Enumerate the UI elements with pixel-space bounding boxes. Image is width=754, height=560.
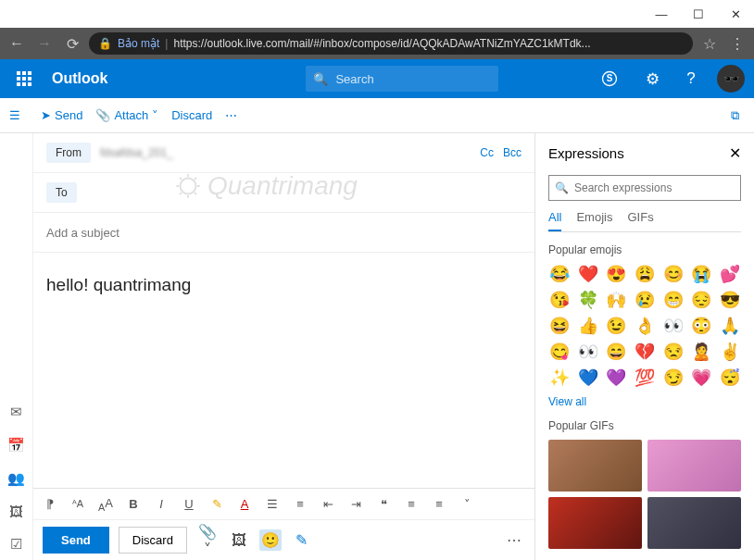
message-body[interactable]: hello! quantrimang bbox=[33, 253, 534, 488]
emoji-item[interactable]: 👍 bbox=[577, 316, 600, 336]
emoji-item[interactable]: 🍀 bbox=[577, 290, 600, 310]
toolbar-more-icon[interactable]: ⋯ bbox=[225, 108, 237, 122]
emoji-item[interactable]: 😆 bbox=[548, 316, 572, 336]
toolbar-discard[interactable]: Discard bbox=[171, 108, 212, 122]
hamburger-icon[interactable]: ☰ bbox=[9, 108, 28, 122]
window-minimize-icon[interactable]: — bbox=[643, 7, 680, 21]
gif-thumb[interactable] bbox=[548, 497, 642, 549]
emoji-item[interactable]: ✨ bbox=[548, 367, 572, 388]
people-rail-icon[interactable]: 👥 bbox=[7, 470, 25, 487]
emoji-item[interactable]: 🙎 bbox=[690, 342, 713, 362]
emoji-item[interactable]: 😁 bbox=[661, 290, 685, 310]
align-center-icon[interactable]: ≡ bbox=[430, 497, 448, 511]
search-input[interactable] bbox=[335, 72, 491, 86]
emoji-item[interactable]: 👌 bbox=[634, 316, 657, 336]
bullets-icon[interactable]: ☰ bbox=[263, 497, 282, 511]
popout-icon[interactable]: ⧉ bbox=[731, 108, 739, 123]
emoji-item[interactable]: 👀 bbox=[577, 342, 600, 362]
emoji-item[interactable]: 😴 bbox=[718, 367, 741, 388]
outdent-icon[interactable]: ⇤ bbox=[319, 497, 337, 511]
gif-thumb[interactable] bbox=[548, 440, 642, 492]
emoji-item[interactable]: 😒 bbox=[661, 342, 685, 362]
emoji-item[interactable]: 🙌 bbox=[605, 290, 628, 310]
emoji-item[interactable]: 😏 bbox=[661, 367, 685, 388]
font-color-icon[interactable]: A bbox=[235, 497, 254, 511]
emoji-item[interactable]: 💜 bbox=[605, 367, 628, 388]
send-button[interactable]: Send bbox=[43, 527, 109, 554]
emoji-button[interactable]: 🙂 bbox=[259, 529, 282, 551]
emoji-item[interactable]: 💕 bbox=[718, 264, 741, 284]
tasks-rail-icon[interactable]: ☑ bbox=[10, 536, 22, 553]
font-family-icon[interactable]: AA bbox=[96, 496, 115, 513]
signature-icon[interactable]: ✎ bbox=[291, 531, 313, 549]
font-size-icon[interactable]: ᴬA bbox=[69, 498, 87, 510]
from-chip[interactable]: From bbox=[46, 143, 91, 163]
emoji-item[interactable]: 😩 bbox=[634, 264, 657, 284]
subject-input[interactable] bbox=[46, 226, 522, 240]
tab-gifs[interactable]: GIFs bbox=[627, 210, 653, 231]
emoji-item[interactable]: 😘 bbox=[548, 290, 572, 310]
photos-rail-icon[interactable]: 🖼 bbox=[9, 504, 23, 519]
cc-link[interactable]: Cc bbox=[480, 146, 494, 159]
address-bar[interactable]: 🔒 Bảo mật | https://outlook.live.com/mai… bbox=[89, 32, 693, 55]
tab-emojis[interactable]: Emojis bbox=[576, 210, 612, 231]
settings-gear-icon[interactable]: ⚙ bbox=[639, 69, 665, 89]
expressions-search[interactable]: 🔍 bbox=[548, 175, 741, 201]
mail-rail-icon[interactable]: ✉ bbox=[10, 404, 22, 420]
bcc-link[interactable]: Bcc bbox=[503, 146, 522, 159]
quote-icon[interactable]: ❝ bbox=[374, 497, 393, 511]
emoji-item[interactable]: 💗 bbox=[690, 367, 713, 388]
bold-button[interactable]: B bbox=[124, 497, 143, 511]
to-chip[interactable]: To bbox=[46, 182, 77, 203]
align-left-icon[interactable]: ≡ bbox=[402, 497, 421, 511]
italic-button[interactable]: I bbox=[152, 497, 170, 511]
search-box[interactable]: 🔍 bbox=[306, 66, 498, 92]
emoji-item[interactable]: 😋 bbox=[548, 342, 572, 362]
attach-dropdown-icon[interactable]: 📎˅ bbox=[196, 523, 219, 558]
emoji-item[interactable]: 😳 bbox=[690, 316, 713, 336]
emoji-item[interactable]: 💔 bbox=[634, 342, 657, 362]
indent-icon[interactable]: ⇥ bbox=[346, 497, 365, 511]
emoji-item[interactable]: 😢 bbox=[634, 290, 657, 310]
emoji-item[interactable]: 😄 bbox=[605, 342, 628, 362]
help-icon[interactable]: ? bbox=[678, 69, 704, 88]
gif-thumb[interactable] bbox=[647, 497, 741, 549]
format-chevron-icon[interactable]: ˅ bbox=[458, 497, 476, 511]
insert-image-icon[interactable]: 🖼 bbox=[228, 532, 250, 549]
more-options-icon[interactable]: ⋯ bbox=[503, 531, 525, 549]
toolbar-attach[interactable]: 📎 Attach ˅ bbox=[95, 108, 158, 122]
app-launcher-icon[interactable] bbox=[9, 64, 39, 93]
font-icon[interactable]: ⁋ bbox=[41, 497, 59, 511]
numbering-icon[interactable]: ≡ bbox=[291, 497, 309, 511]
bookmark-star-icon[interactable]: ☆ bbox=[698, 35, 721, 53]
chrome-menu-icon[interactable]: ⋮ bbox=[726, 35, 748, 53]
avatar[interactable]: 🕶️ bbox=[717, 65, 745, 93]
emoji-item[interactable]: 💙 bbox=[577, 367, 600, 388]
window-maximize-icon[interactable]: ☐ bbox=[680, 7, 717, 21]
emoji-item[interactable]: 🙏 bbox=[718, 316, 741, 336]
gif-thumb[interactable] bbox=[647, 440, 741, 492]
emoji-item[interactable]: 😉 bbox=[605, 316, 628, 336]
emoji-item[interactable]: ❤️ bbox=[577, 264, 600, 284]
expressions-search-input[interactable] bbox=[574, 181, 735, 194]
nav-back-icon[interactable]: ← bbox=[6, 35, 28, 52]
emoji-item[interactable]: 😊 bbox=[661, 264, 685, 284]
emoji-item[interactable]: 😭 bbox=[690, 264, 713, 284]
discard-button[interactable]: Discard bbox=[119, 527, 187, 554]
skype-icon[interactable]: S bbox=[600, 69, 626, 88]
to-row[interactable]: To bbox=[33, 173, 534, 213]
emoji-item[interactable]: 😍 bbox=[605, 264, 628, 284]
underline-button[interactable]: U bbox=[180, 497, 198, 511]
close-panel-icon[interactable]: ✕ bbox=[729, 144, 741, 162]
toolbar-send[interactable]: ➤ Send bbox=[41, 108, 82, 122]
view-all-link[interactable]: View all bbox=[548, 395, 741, 408]
calendar-rail-icon[interactable]: 📅 bbox=[7, 437, 25, 454]
window-close-icon[interactable]: ✕ bbox=[717, 7, 754, 21]
nav-reload-icon[interactable]: ⟳ bbox=[61, 35, 83, 53]
emoji-item[interactable]: 😔 bbox=[690, 290, 713, 310]
emoji-item[interactable]: 😂 bbox=[548, 264, 572, 284]
highlight-icon[interactable]: ✎ bbox=[207, 497, 226, 511]
emoji-item[interactable]: 😎 bbox=[718, 290, 741, 310]
emoji-item[interactable]: ✌️ bbox=[718, 342, 741, 362]
tab-all[interactable]: All bbox=[548, 210, 561, 231]
